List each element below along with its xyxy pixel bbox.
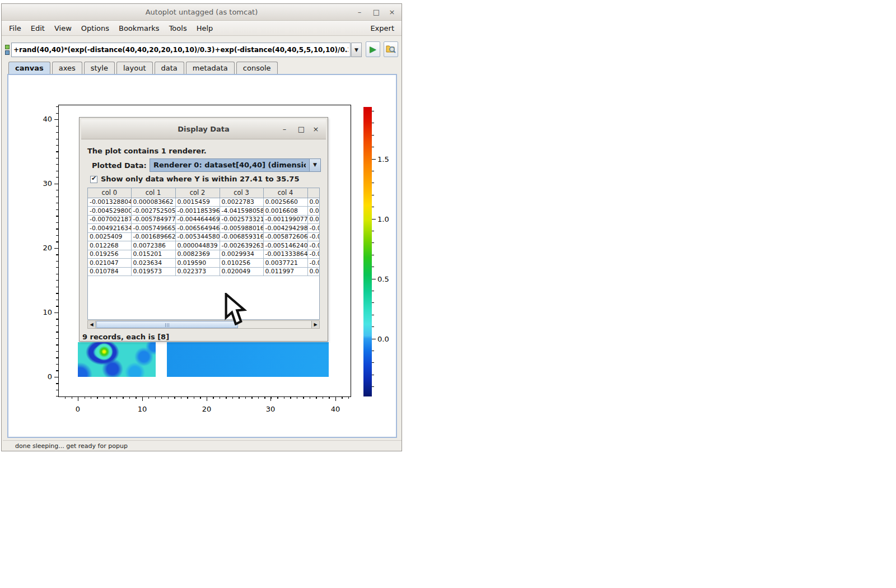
cell[interactable]: -0.0 [307,250,320,259]
cell[interactable]: 0.010256 [220,259,263,268]
minimize-icon[interactable]: – [352,4,367,21]
cell[interactable]: -0.004464469... [175,215,220,224]
cell[interactable]: -0.002752505... [131,207,175,216]
cell[interactable]: 0.023634 [131,259,175,268]
cell[interactable]: 0.0082369 [175,250,220,259]
cell[interactable]: -0.0 [307,224,320,233]
cell[interactable]: -0.001185396... [175,207,220,216]
combo-dropdown-icon[interactable]: ▼ [309,159,320,171]
cell[interactable]: 0.012268 [88,241,131,250]
cell[interactable]: -0.005749665... [131,224,175,233]
cell[interactable]: -0.004921634... [88,224,131,233]
cell[interactable]: -0.005146240... [263,241,307,250]
menu-view[interactable]: View [54,24,72,32]
cell[interactable]: -0.004529800... [88,207,131,216]
cell[interactable]: 0.000083662 [131,198,175,207]
cell[interactable]: 0.019256 [88,250,131,259]
scroll-right-icon[interactable]: ▶ [311,321,319,328]
close-icon[interactable]: × [385,4,399,21]
cell[interactable]: -0.002639263... [220,241,263,250]
cell[interactable]: -0.001328804... [88,198,131,207]
uri-dropdown-icon[interactable]: ▼ [351,43,362,57]
data-table-viewport[interactable]: col 0 col 1 col 2 col 3 col 4 -0.0013288… [87,188,320,320]
plotted-data-select[interactable]: Renderer 0: dataset[40,40] (dimension...… [150,158,321,172]
tab-metadata[interactable]: metadata [186,62,235,74]
col-header[interactable]: col 3 [220,188,263,198]
cell[interactable]: 0.020049 [220,267,263,276]
table-row: 0.021047 0.023634 0.019590 0.010256 0.00… [88,259,320,268]
cell[interactable]: 0.010784 [88,267,131,276]
cell[interactable]: 0.0029934 [220,250,263,259]
tab-canvas[interactable]: canvas [8,62,50,74]
go-button[interactable]: ▶ [366,41,380,57]
col-header[interactable]: col 1 [131,188,175,198]
cell[interactable]: -0.005988016... [220,224,263,233]
cell[interactable]: -0.006564946... [175,224,220,233]
cell[interactable]: -0.0 [307,241,320,250]
cell[interactable]: -0.002573321... [220,215,263,224]
cell[interactable]: 0.0022783 [220,198,263,207]
dialog-close-icon[interactable]: × [309,119,323,139]
cell[interactable]: -0.006859316... [220,232,263,241]
cell[interactable]: 0.000044839 [175,241,220,250]
cell[interactable]: 0.015201 [131,250,175,259]
cell[interactable]: 0.022373 [175,267,220,276]
scroll-left-icon[interactable]: ◀ [88,321,96,328]
cell[interactable]: -0.0 [307,232,320,241]
cell[interactable]: -0.007002187... [88,215,131,224]
menu-tools[interactable]: Tools [169,24,187,32]
cell[interactable]: 0.019590 [175,259,220,268]
cell[interactable]: 0.00 [307,215,320,224]
uri-input[interactable] [11,43,351,57]
cell[interactable]: 0.011997 [263,267,307,276]
colorbar[interactable] [363,107,372,396]
window-titlebar[interactable]: Autoplot untagged (as tomcat) – □ × [2,4,402,21]
cell[interactable]: 0.00 [307,207,320,216]
cell[interactable]: 0.00 [307,267,320,276]
inspect-file-icon[interactable] [384,41,398,57]
dialog-maximize-icon[interactable]: □ [295,119,308,139]
menu-bookmarks[interactable]: Bookmarks [119,24,160,32]
menu-edit[interactable]: Edit [31,24,45,32]
menu-expert[interactable]: Expert [370,21,394,36]
menu-options[interactable]: Options [81,24,109,32]
cell[interactable]: -0.001689662... [131,232,175,241]
cell[interactable]: -0.004294298... [263,224,307,233]
tab-data[interactable]: data [155,62,184,74]
cell[interactable]: 0.0072386 [131,241,175,250]
maximize-icon[interactable]: □ [369,4,384,21]
cell[interactable]: -0.005784977... [131,215,175,224]
menu-file[interactable]: File [9,24,21,32]
tab-layout[interactable]: layout [116,62,153,74]
cell[interactable]: 0.019573 [131,267,175,276]
spectrogram-left-strip[interactable] [78,342,156,377]
dialog-minimize-icon[interactable]: – [278,119,291,139]
cell[interactable]: -4.041598058... [220,207,263,216]
col-header[interactable]: col 2 [175,188,220,198]
horizontal-scrollbar[interactable]: ◀ ▶ [87,320,320,329]
tab-console[interactable]: console [236,62,278,74]
col-header[interactable]: col 0 [88,188,131,198]
tab-axes[interactable]: axes [52,62,82,74]
cell[interactable]: 0.0016608 [263,207,307,216]
cell[interactable]: 0.00 [307,198,320,207]
tab-style[interactable]: style [84,62,115,74]
col-header[interactable]: col 4 [263,188,307,198]
cell[interactable]: 0.0015459 [175,198,220,207]
cell[interactable]: 0.021047 [88,259,131,268]
cell[interactable]: 0.0025409 [88,232,131,241]
col-header[interactable] [307,188,320,198]
cell[interactable]: -0.001333864... [263,250,307,259]
spectrogram-right-strip[interactable] [167,342,329,377]
cell[interactable]: -0.005872606... [263,232,307,241]
x-axis-label: 0 [68,405,87,413]
cell[interactable]: -0.001199077... [263,215,307,224]
cell[interactable]: -0.0 [307,259,320,268]
menu-help[interactable]: Help [197,24,213,32]
scrollbar-thumb[interactable] [96,321,238,328]
filter-checkbox[interactable]: ✔ [90,176,97,183]
dialog-titlebar[interactable]: Display Data – □ × [81,119,326,139]
cell[interactable]: -0.005344580... [175,232,220,241]
cell[interactable]: 0.0025660 [263,198,307,207]
cell[interactable]: 0.0037721 [263,259,307,268]
